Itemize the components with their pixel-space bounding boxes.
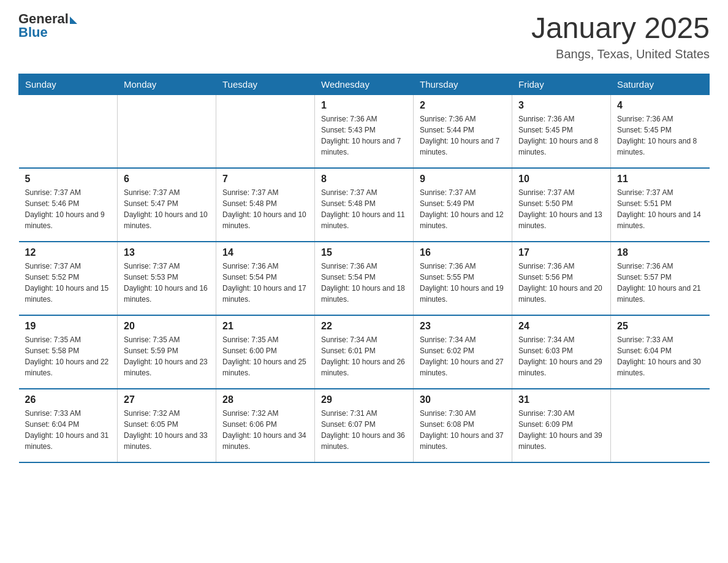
calendar-cell — [118, 94, 216, 168]
weekday-monday: Monday — [118, 74, 216, 94]
week-row-5: 26Sunrise: 7:33 AM Sunset: 6:04 PM Dayli… — [19, 389, 710, 462]
calendar-cell: 12Sunrise: 7:37 AM Sunset: 5:52 PM Dayli… — [19, 242, 118, 315]
day-number: 27 — [124, 394, 210, 405]
calendar-cell: 1Sunrise: 7:36 AM Sunset: 5:43 PM Daylig… — [315, 94, 414, 168]
week-row-4: 19Sunrise: 7:35 AM Sunset: 5:58 PM Dayli… — [19, 315, 710, 389]
day-number: 13 — [124, 247, 210, 258]
weekday-tuesday: Tuesday — [216, 74, 315, 94]
calendar-cell: 14Sunrise: 7:36 AM Sunset: 5:54 PM Dayli… — [216, 242, 315, 315]
day-number: 12 — [25, 247, 112, 258]
day-number: 15 — [321, 247, 407, 258]
day-number: 26 — [25, 394, 112, 405]
month-title: January 2025 — [531, 12, 710, 45]
day-number: 31 — [518, 394, 604, 405]
day-info: Sunrise: 7:36 AM Sunset: 5:43 PM Dayligh… — [321, 113, 407, 158]
day-info: Sunrise: 7:37 AM Sunset: 5:53 PM Dayligh… — [124, 261, 210, 305]
day-info: Sunrise: 7:36 AM Sunset: 5:54 PM Dayligh… — [321, 261, 407, 305]
calendar-cell: 19Sunrise: 7:35 AM Sunset: 5:58 PM Dayli… — [19, 315, 118, 389]
calendar-cell: 22Sunrise: 7:34 AM Sunset: 6:01 PM Dayli… — [315, 315, 414, 389]
day-info: Sunrise: 7:32 AM Sunset: 6:05 PM Dayligh… — [124, 408, 210, 452]
day-number: 29 — [321, 394, 407, 405]
day-number: 20 — [124, 321, 210, 332]
day-number: 22 — [321, 321, 407, 332]
day-info: Sunrise: 7:36 AM Sunset: 5:55 PM Dayligh… — [420, 261, 506, 305]
calendar-cell: 4Sunrise: 7:36 AM Sunset: 5:45 PM Daylig… — [611, 94, 710, 168]
day-info: Sunrise: 7:31 AM Sunset: 6:07 PM Dayligh… — [321, 408, 407, 452]
calendar-cell: 28Sunrise: 7:32 AM Sunset: 6:06 PM Dayli… — [216, 389, 315, 462]
day-number: 9 — [420, 174, 506, 185]
calendar-cell: 31Sunrise: 7:30 AM Sunset: 6:09 PM Dayli… — [512, 389, 611, 462]
day-number: 7 — [222, 174, 308, 185]
calendar-cell: 5Sunrise: 7:37 AM Sunset: 5:46 PM Daylig… — [19, 168, 118, 242]
logo-blue-text: Blue — [18, 25, 48, 40]
calendar-cell: 7Sunrise: 7:37 AM Sunset: 5:48 PM Daylig… — [216, 168, 315, 242]
day-number: 17 — [518, 247, 604, 258]
calendar-cell: 11Sunrise: 7:37 AM Sunset: 5:51 PM Dayli… — [611, 168, 710, 242]
day-number: 2 — [420, 100, 506, 111]
weekday-thursday: Thursday — [414, 74, 512, 94]
day-info: Sunrise: 7:37 AM Sunset: 5:49 PM Dayligh… — [420, 187, 506, 231]
day-number: 1 — [321, 100, 407, 111]
calendar-cell: 10Sunrise: 7:37 AM Sunset: 5:50 PM Dayli… — [512, 168, 611, 242]
day-number: 14 — [222, 247, 308, 258]
weekday-sunday: Sunday — [19, 74, 118, 94]
week-row-1: 1Sunrise: 7:36 AM Sunset: 5:43 PM Daylig… — [19, 94, 710, 168]
calendar-table: SundayMondayTuesdayWednesdayThursdayFrid… — [18, 74, 710, 464]
day-info: Sunrise: 7:33 AM Sunset: 6:04 PM Dayligh… — [617, 334, 703, 378]
day-info: Sunrise: 7:37 AM Sunset: 5:47 PM Dayligh… — [124, 187, 210, 231]
day-number: 11 — [617, 174, 703, 185]
logo: General Blue — [18, 12, 77, 40]
calendar-cell: 6Sunrise: 7:37 AM Sunset: 5:47 PM Daylig… — [118, 168, 216, 242]
day-number: 8 — [321, 174, 407, 185]
day-info: Sunrise: 7:36 AM Sunset: 5:57 PM Dayligh… — [617, 261, 703, 305]
day-info: Sunrise: 7:35 AM Sunset: 5:58 PM Dayligh… — [25, 334, 112, 378]
calendar-cell — [216, 94, 315, 168]
day-number: 10 — [518, 174, 604, 185]
day-number: 24 — [518, 321, 604, 332]
day-info: Sunrise: 7:37 AM Sunset: 5:52 PM Dayligh… — [25, 261, 112, 305]
day-number: 5 — [25, 174, 112, 185]
day-info: Sunrise: 7:32 AM Sunset: 6:06 PM Dayligh… — [222, 408, 308, 452]
calendar-cell — [611, 389, 710, 462]
title-block: January 2025 Bangs, Texas, United States — [531, 12, 710, 61]
day-info: Sunrise: 7:34 AM Sunset: 6:03 PM Dayligh… — [518, 334, 604, 378]
calendar-cell — [19, 94, 118, 168]
calendar-cell: 25Sunrise: 7:33 AM Sunset: 6:04 PM Dayli… — [611, 315, 710, 389]
calendar-cell: 16Sunrise: 7:36 AM Sunset: 5:55 PM Dayli… — [414, 242, 512, 315]
calendar-cell: 2Sunrise: 7:36 AM Sunset: 5:44 PM Daylig… — [414, 94, 512, 168]
day-number: 16 — [420, 247, 506, 258]
calendar-cell: 17Sunrise: 7:36 AM Sunset: 5:56 PM Dayli… — [512, 242, 611, 315]
day-number: 19 — [25, 321, 112, 332]
day-info: Sunrise: 7:37 AM Sunset: 5:51 PM Dayligh… — [617, 187, 703, 231]
calendar-cell: 18Sunrise: 7:36 AM Sunset: 5:57 PM Dayli… — [611, 242, 710, 315]
calendar-cell: 8Sunrise: 7:37 AM Sunset: 5:48 PM Daylig… — [315, 168, 414, 242]
day-info: Sunrise: 7:30 AM Sunset: 6:09 PM Dayligh… — [518, 408, 604, 452]
day-number: 23 — [420, 321, 506, 332]
day-info: Sunrise: 7:37 AM Sunset: 5:50 PM Dayligh… — [518, 187, 604, 231]
calendar-cell: 27Sunrise: 7:32 AM Sunset: 6:05 PM Dayli… — [118, 389, 216, 462]
calendar-cell: 26Sunrise: 7:33 AM Sunset: 6:04 PM Dayli… — [19, 389, 118, 462]
day-info: Sunrise: 7:37 AM Sunset: 5:46 PM Dayligh… — [25, 187, 112, 231]
location: Bangs, Texas, United States — [531, 47, 710, 61]
week-row-2: 5Sunrise: 7:37 AM Sunset: 5:46 PM Daylig… — [19, 168, 710, 242]
day-info: Sunrise: 7:37 AM Sunset: 5:48 PM Dayligh… — [222, 187, 308, 231]
day-number: 6 — [124, 174, 210, 185]
day-info: Sunrise: 7:35 AM Sunset: 6:00 PM Dayligh… — [222, 334, 308, 378]
weekday-friday: Friday — [512, 74, 611, 94]
calendar-cell: 24Sunrise: 7:34 AM Sunset: 6:03 PM Dayli… — [512, 315, 611, 389]
weekday-saturday: Saturday — [611, 74, 710, 94]
day-info: Sunrise: 7:34 AM Sunset: 6:02 PM Dayligh… — [420, 334, 506, 378]
logo-arrow-icon — [70, 17, 77, 24]
day-info: Sunrise: 7:30 AM Sunset: 6:08 PM Dayligh… — [420, 408, 506, 452]
day-info: Sunrise: 7:34 AM Sunset: 6:01 PM Dayligh… — [321, 334, 407, 378]
calendar-cell: 15Sunrise: 7:36 AM Sunset: 5:54 PM Dayli… — [315, 242, 414, 315]
day-number: 18 — [617, 247, 703, 258]
day-info: Sunrise: 7:33 AM Sunset: 6:04 PM Dayligh… — [25, 408, 112, 452]
page-header: General Blue January 2025 Bangs, Texas, … — [18, 12, 710, 61]
day-number: 4 — [617, 100, 703, 111]
day-info: Sunrise: 7:35 AM Sunset: 5:59 PM Dayligh… — [124, 334, 210, 378]
logo-general-text: General — [18, 12, 69, 26]
day-info: Sunrise: 7:36 AM Sunset: 5:54 PM Dayligh… — [222, 261, 308, 305]
day-number: 25 — [617, 321, 703, 332]
calendar-cell: 3Sunrise: 7:36 AM Sunset: 5:45 PM Daylig… — [512, 94, 611, 168]
